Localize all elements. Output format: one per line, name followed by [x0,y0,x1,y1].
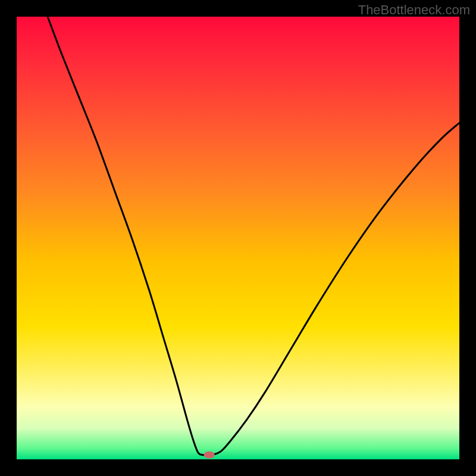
chart-svg [17,17,459,459]
watermark-text: TheBottleneck.com [358,2,470,18]
plot-area [17,17,459,459]
gradient-background [17,17,459,459]
chart-container: TheBottleneck.com [0,0,476,476]
marker-point [204,452,215,459]
